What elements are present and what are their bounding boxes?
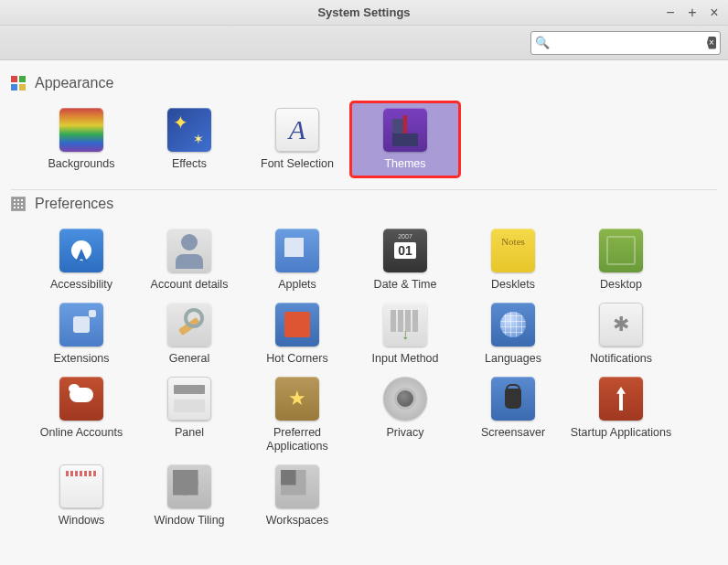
- item-account-details[interactable]: Account details: [135, 223, 243, 297]
- maximize-button[interactable]: +: [684, 5, 701, 21]
- item-label: Panel: [137, 426, 241, 440]
- item-accessibility[interactable]: Accessibility: [27, 223, 135, 297]
- appearance-section-icon: [11, 76, 26, 91]
- item-backgrounds[interactable]: Backgrounds: [27, 102, 135, 176]
- item-privacy[interactable]: Privacy: [351, 371, 459, 459]
- font-icon: A: [275, 108, 319, 152]
- titlebar: System Settings − + ×: [0, 0, 728, 26]
- applets-icon: [275, 229, 319, 272]
- search-input[interactable]: [553, 36, 707, 49]
- toolbar: 🔍 ×: [0, 26, 728, 60]
- online-accounts-icon: [59, 377, 103, 421]
- item-workspaces[interactable]: Workspaces: [243, 459, 351, 533]
- item-notifications[interactable]: Notifications: [567, 297, 675, 371]
- item-applets[interactable]: Applets: [243, 223, 351, 297]
- item-label: Hot Corners: [245, 352, 349, 366]
- windows-icon: [59, 464, 103, 508]
- notifications-icon: [599, 303, 643, 346]
- item-online-accounts[interactable]: Online Accounts: [27, 371, 135, 459]
- hot-corners-icon: [275, 303, 319, 346]
- item-label: Date & Time: [353, 278, 457, 292]
- extensions-icon: [59, 303, 103, 346]
- item-label: Effects: [137, 157, 241, 171]
- item-windows[interactable]: Windows: [27, 459, 135, 533]
- section-header-appearance: Appearance: [11, 75, 717, 91]
- search-icon: 🔍: [535, 36, 550, 49]
- preferred-apps-icon: [275, 377, 319, 421]
- appearance-grid: Backgrounds Effects A Font Selection The…: [11, 99, 717, 190]
- item-label: Online Accounts: [29, 426, 134, 440]
- desktop-icon: [599, 229, 643, 272]
- accessibility-icon: [59, 229, 103, 272]
- item-label: Accessibility: [29, 278, 134, 292]
- panel-icon: [167, 377, 211, 421]
- item-effects[interactable]: Effects: [135, 102, 243, 176]
- startup-apps-icon: [599, 377, 643, 421]
- item-label: Themes: [353, 157, 457, 171]
- item-font-selection[interactable]: A Font Selection: [243, 102, 351, 176]
- item-input-method[interactable]: Input Method: [351, 297, 459, 371]
- item-desktop[interactable]: Desktop: [567, 223, 675, 297]
- search-box[interactable]: 🔍 ×: [530, 31, 721, 55]
- item-label: Screensaver: [461, 426, 565, 440]
- item-label: Startup Applications: [569, 426, 673, 440]
- window-title: System Settings: [317, 5, 410, 19]
- item-extensions[interactable]: Extensions: [27, 297, 135, 371]
- item-panel[interactable]: Panel: [135, 371, 243, 459]
- item-hot-corners[interactable]: Hot Corners: [243, 297, 351, 371]
- item-label: Workspaces: [245, 514, 349, 528]
- item-screensaver[interactable]: Screensaver: [459, 371, 567, 459]
- item-window-tiling[interactable]: Window Tiling: [135, 459, 243, 533]
- item-date-time[interactable]: Date & Time: [351, 223, 459, 297]
- window-tiling-icon: [167, 464, 211, 508]
- item-label: Backgrounds: [29, 157, 134, 171]
- preferences-section-icon: [11, 197, 26, 211]
- window-controls: − + ×: [662, 5, 723, 21]
- item-label: General: [137, 352, 241, 366]
- item-label: Extensions: [29, 352, 134, 366]
- close-button[interactable]: ×: [706, 5, 723, 21]
- item-label: Privacy: [353, 426, 457, 440]
- item-general[interactable]: General: [135, 297, 243, 371]
- general-icon: [167, 303, 211, 346]
- section-title-preferences: Preferences: [35, 196, 113, 212]
- workspaces-icon: [275, 464, 319, 508]
- themes-icon: [383, 108, 427, 152]
- item-label: Desklets: [461, 278, 565, 292]
- item-label: Windows: [29, 514, 134, 528]
- clear-search-icon[interactable]: ×: [707, 37, 716, 49]
- input-method-icon: [383, 303, 427, 346]
- languages-icon: [491, 303, 535, 346]
- item-label: Preferred Applications: [245, 426, 349, 453]
- item-languages[interactable]: Languages: [459, 297, 567, 371]
- section-header-preferences: Preferences: [11, 196, 717, 212]
- item-label: Font Selection: [245, 157, 349, 171]
- account-icon: [167, 229, 211, 272]
- item-label: Languages: [461, 352, 565, 366]
- item-label: Input Method: [353, 352, 457, 366]
- minimize-button[interactable]: −: [662, 5, 679, 21]
- content-area: Appearance Backgrounds Effects A Font Se…: [0, 60, 728, 565]
- section-title-appearance: Appearance: [35, 75, 113, 91]
- privacy-icon: [383, 377, 427, 421]
- effects-icon: [167, 108, 211, 152]
- item-label: Applets: [245, 278, 349, 292]
- backgrounds-icon: [59, 108, 103, 152]
- datetime-icon: [383, 229, 427, 272]
- item-label: Window Tiling: [137, 514, 241, 528]
- item-desklets[interactable]: Desklets: [459, 223, 567, 297]
- preferences-grid: Accessibility Account details Applets Da…: [11, 219, 717, 546]
- desklets-icon: [491, 229, 535, 272]
- item-label: Desktop: [569, 278, 673, 292]
- item-themes[interactable]: Themes: [351, 102, 459, 176]
- item-startup-applications[interactable]: Startup Applications: [567, 371, 675, 459]
- screensaver-icon: [491, 377, 535, 421]
- item-preferred-applications[interactable]: Preferred Applications: [243, 371, 351, 459]
- item-label: Notifications: [569, 352, 673, 366]
- item-label: Account details: [137, 278, 241, 292]
